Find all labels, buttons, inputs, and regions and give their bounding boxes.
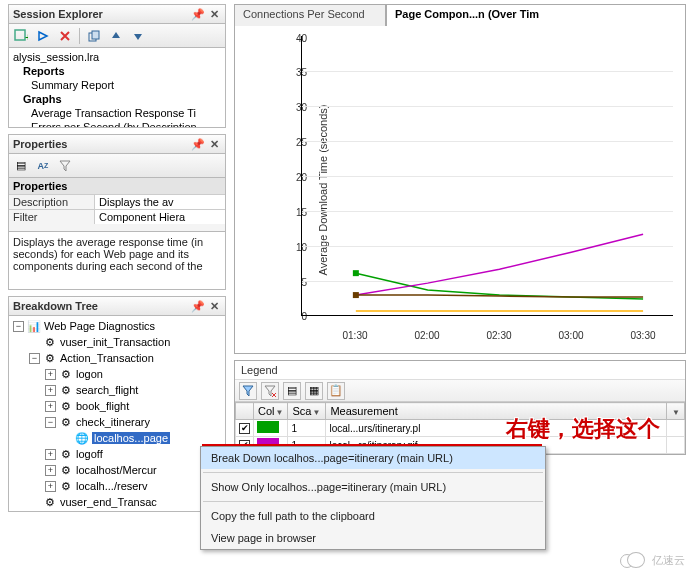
action-icon: ⚙ (59, 367, 73, 381)
expand-icon[interactable]: + (45, 465, 56, 476)
session-toolbar: + (8, 24, 226, 48)
menu-break-down[interactable]: Break Down localhos...page=itinerary (ma… (201, 447, 545, 469)
copy-icon[interactable] (86, 28, 102, 44)
arrow-icon[interactable] (35, 28, 51, 44)
reports-header[interactable]: Reports (9, 64, 225, 78)
down-icon[interactable] (130, 28, 146, 44)
svg-rect-0 (15, 30, 25, 40)
filter-icon[interactable] (57, 158, 73, 174)
cat-icon[interactable]: ▤ (13, 158, 29, 174)
session-explorer-header: Session Explorer 📌 ✕ (8, 4, 226, 24)
breakdown-tree[interactable]: −📊Web Page Diagnostics ⚙vuser_init_Trans… (8, 316, 226, 512)
breakdown-header: Breakdown Tree 📌 ✕ (8, 296, 226, 316)
tree-node[interactable]: +⚙search_flight (9, 382, 225, 398)
menu-separator (203, 501, 543, 502)
up-icon[interactable] (108, 28, 124, 44)
close-icon[interactable]: ✕ (207, 299, 221, 313)
menu-show-only[interactable]: Show Only localhos...page=itinerary (mai… (201, 476, 545, 498)
transaction-icon: ⚙ (43, 495, 57, 509)
add-icon[interactable]: + (13, 28, 29, 44)
expand-icon[interactable]: + (45, 369, 56, 380)
collapse-icon[interactable]: − (45, 417, 56, 428)
tree-node[interactable]: −⚙Action_Transaction (9, 350, 225, 366)
action-icon: ⚙ (59, 383, 73, 397)
chart-area: Average Download Time (seconds) 0 5 10 1… (234, 26, 686, 354)
cloud-icon (620, 552, 648, 568)
svg-rect-5 (353, 292, 359, 298)
pin-icon[interactable]: 📌 (191, 7, 205, 21)
legend-export-icon[interactable]: 📋 (327, 382, 345, 400)
menu-view-browser[interactable]: View page in browser (201, 527, 545, 549)
delete-icon[interactable] (57, 28, 73, 44)
col-color: Col▼ (254, 403, 288, 420)
property-row[interactable]: DescriptionDisplays the av (9, 194, 225, 209)
transaction-icon: ⚙ (43, 351, 57, 365)
tree-node[interactable]: ⚙vuser_init_Transaction (9, 334, 225, 350)
graph-errors[interactable]: Errors per Second (by Description (9, 120, 225, 128)
svg-rect-4 (353, 270, 359, 276)
action-icon: ⚙ (59, 479, 73, 493)
properties-header: Properties 📌 ✕ (8, 134, 226, 154)
properties-title: Properties (13, 138, 189, 150)
diagnostics-icon: 📊 (27, 319, 41, 333)
svg-rect-3 (92, 31, 99, 39)
svg-text:+: + (25, 31, 28, 43)
graphs-header[interactable]: Graphs (9, 92, 225, 106)
action-icon: ⚙ (59, 463, 73, 477)
properties-group: Properties (9, 178, 225, 194)
tree-node[interactable]: +⚙localhost/Mercur (9, 462, 225, 478)
plot-area[interactable] (301, 36, 673, 316)
tree-node[interactable]: +⚙localh.../reserv (9, 478, 225, 494)
session-tree[interactable]: alysis_session.lra Reports Summary Repor… (8, 48, 226, 128)
legend-filter-icon[interactable] (239, 382, 257, 400)
page-icon: 🌐 (75, 431, 89, 445)
collapse-icon[interactable]: − (13, 321, 24, 332)
pin-icon[interactable]: 📌 (191, 299, 205, 313)
tab-connections[interactable]: Connections Per Second (234, 4, 386, 26)
context-menu: Break Down localhos...page=itinerary (ma… (200, 446, 546, 550)
property-row[interactable]: FilterComponent Hiera (9, 209, 225, 224)
col-scale: Sca▼ (288, 403, 326, 420)
menu-separator (203, 472, 543, 473)
transaction-icon: ⚙ (43, 335, 57, 349)
breakdown-title: Breakdown Tree (13, 300, 189, 312)
menu-copy-path[interactable]: Copy the full path to the clipboard (201, 505, 545, 527)
expand-icon[interactable]: + (45, 481, 56, 492)
color-swatch (257, 421, 279, 433)
legend-toolbar: ▤ ▦ 📋 (235, 380, 685, 402)
close-icon[interactable]: ✕ (207, 137, 221, 151)
properties-grid[interactable]: Properties DescriptionDisplays the av Fi… (8, 178, 226, 232)
collapse-icon[interactable]: − (29, 353, 40, 364)
tree-node[interactable]: +⚙logoff (9, 446, 225, 462)
legend-clear-icon[interactable] (261, 382, 279, 400)
tree-node[interactable]: −⚙check_itinerary (9, 414, 225, 430)
legend-conf-icon[interactable]: ▦ (305, 382, 323, 400)
tree-node[interactable]: +⚙logon (9, 366, 225, 382)
tree-node[interactable]: +⚙book_flight (9, 398, 225, 414)
session-explorer-title: Session Explorer (13, 8, 189, 20)
summary-report[interactable]: Summary Report (9, 78, 225, 92)
legend-sort-icon[interactable]: ▤ (283, 382, 301, 400)
tree-node[interactable]: ⚙vuser_end_Transac (9, 494, 225, 510)
checkbox-icon[interactable]: ✔ (239, 423, 250, 434)
tab-page-component[interactable]: Page Compon...n (Over Tim (386, 4, 686, 26)
chart-lines (302, 36, 673, 315)
session-file[interactable]: alysis_session.lra (9, 50, 225, 64)
pin-icon[interactable]: 📌 (191, 137, 205, 151)
action-icon: ⚙ (59, 447, 73, 461)
expand-icon[interactable]: + (45, 401, 56, 412)
action-icon: ⚙ (59, 415, 73, 429)
properties-toolbar: ▤ AZ (8, 154, 226, 178)
expand-icon[interactable]: + (45, 385, 56, 396)
close-icon[interactable]: ✕ (207, 7, 221, 21)
sort-az-icon[interactable]: AZ (35, 158, 51, 174)
expand-icon[interactable]: + (45, 449, 56, 460)
tree-root[interactable]: −📊Web Page Diagnostics (9, 318, 225, 334)
legend-title: Legend (235, 361, 685, 380)
chart-tabs: Connections Per Second Page Compon...n (… (234, 4, 686, 26)
tree-node-selected[interactable]: 🌐localhos...page (9, 430, 225, 446)
watermark: 亿速云 (620, 552, 685, 568)
action-icon: ⚙ (59, 399, 73, 413)
col-more[interactable]: ▼ (667, 403, 685, 420)
graph-avg-trans[interactable]: Average Transaction Response Ti (9, 106, 225, 120)
